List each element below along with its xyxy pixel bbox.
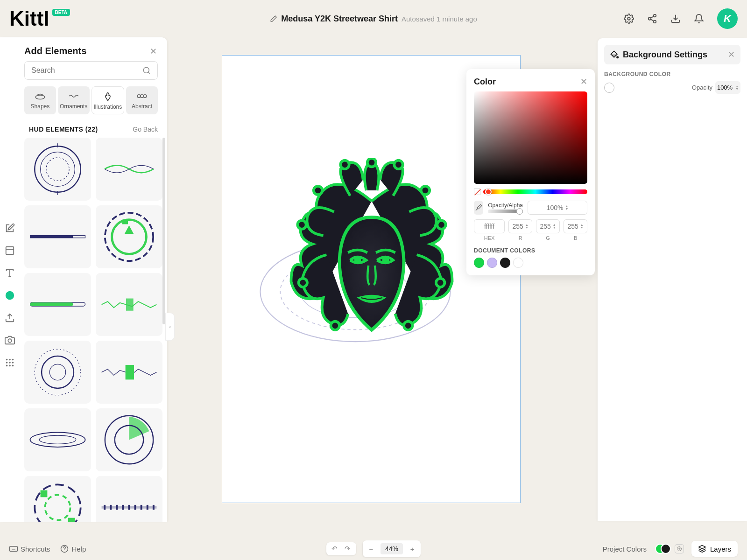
color-swatch[interactable] bbox=[500, 258, 510, 268]
search-field[interactable] bbox=[31, 66, 142, 75]
stepper-icon[interactable]: ▲▼ bbox=[565, 205, 568, 210]
shortcuts-button[interactable]: Shortcuts bbox=[9, 545, 50, 553]
svg-point-16 bbox=[13, 359, 14, 360]
paint-bucket-icon bbox=[610, 50, 619, 59]
shortcuts-label: Shortcuts bbox=[21, 545, 50, 553]
beta-badge: BETA bbox=[52, 9, 70, 16]
hud-thumb[interactable] bbox=[96, 205, 162, 268]
hex-input[interactable]: ffffff bbox=[474, 219, 505, 233]
ornaments-icon bbox=[68, 91, 80, 101]
svg-line-5 bbox=[651, 16, 654, 18]
hud-thumb[interactable] bbox=[24, 205, 91, 268]
elements-tool-icon[interactable] bbox=[5, 290, 15, 301]
search-input[interactable] bbox=[24, 61, 158, 80]
grid-tool-icon[interactable] bbox=[5, 357, 15, 368]
svg-point-20 bbox=[7, 365, 7, 366]
svg-point-69 bbox=[340, 161, 349, 169]
edit-tool-icon[interactable] bbox=[5, 223, 15, 233]
hud-thumb[interactable] bbox=[96, 476, 162, 522]
redo-button[interactable]: ↷ bbox=[344, 545, 352, 553]
svg-point-45 bbox=[39, 435, 76, 444]
close-icon[interactable]: ✕ bbox=[150, 46, 157, 56]
upload-tool-icon[interactable] bbox=[5, 313, 15, 323]
opacity-slider[interactable] bbox=[488, 210, 523, 213]
background-color-row: Opacity 100% ▲▼ bbox=[604, 81, 740, 94]
go-back-link[interactable]: Go Back bbox=[133, 126, 158, 133]
g-input[interactable]: 255▲▼ bbox=[536, 219, 560, 233]
svg-point-21 bbox=[9, 365, 10, 366]
medusa-illustration[interactable] bbox=[264, 158, 479, 373]
zoom-value[interactable]: 44% bbox=[381, 543, 403, 554]
share-icon[interactable] bbox=[647, 14, 657, 24]
hud-thumb[interactable] bbox=[24, 476, 91, 522]
layout-tool-icon[interactable] bbox=[5, 245, 15, 256]
bell-icon[interactable] bbox=[694, 14, 704, 24]
left-tool-rail bbox=[5, 223, 15, 368]
saturation-value-field[interactable] bbox=[474, 91, 587, 184]
hud-thumb[interactable] bbox=[96, 408, 162, 471]
color-swatch[interactable] bbox=[474, 258, 484, 268]
zoom-in-button[interactable]: + bbox=[409, 545, 416, 553]
hud-thumb[interactable] bbox=[24, 273, 91, 336]
project-colors-button[interactable]: Project Colors bbox=[603, 544, 684, 554]
eyedropper-button[interactable] bbox=[474, 201, 483, 215]
color-values-row: ffffff HEX 255▲▼ R 255▲▼ G 255▲▼ B bbox=[474, 219, 587, 241]
hud-thumb[interactable] bbox=[24, 341, 91, 404]
stepper-icon[interactable]: ▲▼ bbox=[553, 224, 556, 229]
logo-text: Kittl bbox=[9, 7, 49, 30]
svg-point-14 bbox=[7, 359, 7, 360]
zoom-out-button[interactable]: − bbox=[367, 545, 375, 553]
r-input[interactable]: 255▲▼ bbox=[508, 219, 532, 233]
help-button[interactable]: Help bbox=[60, 545, 86, 553]
b-input[interactable]: 255▲▼ bbox=[564, 219, 587, 233]
svg-point-29 bbox=[35, 146, 80, 192]
svg-rect-33 bbox=[30, 236, 73, 238]
header-actions: K bbox=[624, 8, 738, 29]
stepper-icon[interactable]: ▲▼ bbox=[580, 224, 584, 229]
thumbnails-scroll[interactable] bbox=[0, 138, 167, 522]
hue-thumb[interactable] bbox=[485, 189, 492, 195]
hud-thumb[interactable] bbox=[96, 273, 162, 336]
section-header: HUD ELEMENTS (22) Go Back bbox=[0, 121, 167, 138]
avatar[interactable]: K bbox=[717, 8, 738, 29]
background-color-swatch[interactable] bbox=[604, 83, 614, 93]
r-label: R bbox=[519, 235, 522, 241]
bg-opacity-input[interactable]: 100% ▲▼ bbox=[715, 81, 740, 94]
panel-header: Add Elements ✕ bbox=[0, 37, 167, 61]
color-swatch[interactable] bbox=[513, 258, 523, 268]
search-wrap bbox=[0, 61, 167, 80]
opacity-thumb[interactable] bbox=[516, 208, 523, 215]
download-icon[interactable] bbox=[670, 14, 681, 24]
svg-point-48 bbox=[35, 484, 80, 522]
hue-slider[interactable] bbox=[483, 189, 587, 194]
tab-shapes[interactable]: Shapes bbox=[24, 86, 56, 114]
svg-point-23 bbox=[143, 67, 149, 73]
edit-colors-icon[interactable] bbox=[675, 544, 684, 553]
close-icon[interactable]: ✕ bbox=[728, 49, 735, 60]
panel-collapse-handle[interactable]: › bbox=[165, 313, 175, 341]
stepper-icon[interactable]: ▲▼ bbox=[735, 85, 739, 91]
camera-tool-icon[interactable] bbox=[5, 335, 15, 345]
document-title[interactable]: Medusa Y2K Streetwear Shirt bbox=[281, 14, 398, 24]
close-icon[interactable]: ✕ bbox=[580, 77, 587, 87]
hud-thumb[interactable] bbox=[96, 341, 162, 404]
stepper-icon[interactable]: ▲▼ bbox=[525, 224, 529, 229]
tab-abstract[interactable]: Abstract bbox=[126, 86, 158, 114]
color-swatch[interactable] bbox=[487, 258, 497, 268]
undo-button[interactable]: ↶ bbox=[331, 545, 338, 553]
logo[interactable]: Kittl BETA bbox=[9, 7, 70, 30]
background-color-label: BACKGROUND COLOR bbox=[604, 71, 740, 77]
layers-icon bbox=[698, 545, 706, 553]
gear-icon[interactable] bbox=[624, 14, 634, 24]
opacity-value-input[interactable]: 100% ▲▼ bbox=[528, 201, 587, 215]
text-tool-icon[interactable] bbox=[5, 268, 15, 278]
no-color-icon[interactable] bbox=[474, 189, 480, 195]
scrollbar[interactable] bbox=[162, 138, 165, 324]
hud-thumb[interactable] bbox=[24, 408, 91, 471]
tab-illustrations[interactable]: Illustrations bbox=[92, 86, 125, 114]
hud-thumb[interactable] bbox=[24, 138, 91, 201]
hud-thumb[interactable] bbox=[96, 138, 162, 201]
tab-ornaments[interactable]: Ornaments bbox=[58, 86, 90, 114]
layers-button[interactable]: Layers bbox=[691, 541, 738, 557]
svg-rect-49 bbox=[41, 490, 48, 497]
